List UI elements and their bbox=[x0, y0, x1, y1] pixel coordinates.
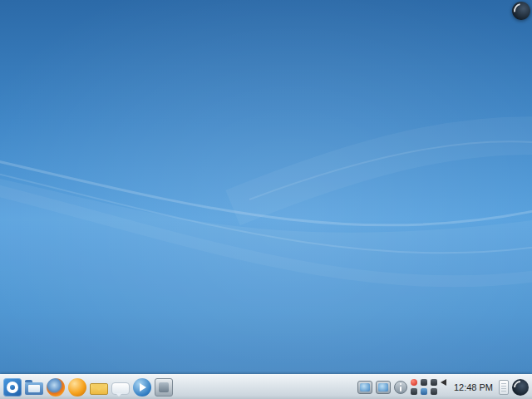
status-icon-cluster bbox=[411, 379, 448, 396]
media-player-icon[interactable] bbox=[133, 378, 151, 397]
status-icon[interactable] bbox=[421, 379, 427, 386]
clipboard-icon[interactable] bbox=[499, 380, 509, 395]
digital-clock[interactable]: 12:48 PM bbox=[451, 382, 495, 392]
orange-app-icon[interactable] bbox=[68, 378, 86, 397]
status-icon[interactable] bbox=[431, 388, 437, 395]
folder-icon[interactable] bbox=[25, 382, 43, 395]
system-app-icon[interactable] bbox=[155, 378, 173, 397]
info-icon[interactable] bbox=[394, 381, 407, 394]
kde-menu-icon[interactable] bbox=[3, 378, 22, 397]
device-notifier-icon[interactable] bbox=[357, 381, 372, 394]
desktop-wallpaper bbox=[0, 0, 532, 399]
network-status-icon[interactable] bbox=[421, 388, 427, 395]
status-icon[interactable] bbox=[431, 379, 437, 386]
mail-icon[interactable] bbox=[90, 383, 108, 395]
alert-status-icon[interactable] bbox=[411, 379, 417, 386]
volume-icon[interactable] bbox=[441, 379, 446, 386]
taskbar-panel: 12:48 PM bbox=[0, 374, 532, 399]
status-icon[interactable] bbox=[411, 388, 417, 395]
launcher-area bbox=[3, 378, 173, 397]
firefox-icon[interactable] bbox=[47, 378, 65, 397]
system-tray: 12:48 PM bbox=[357, 379, 529, 396]
desktop-toolbox-cashew-icon[interactable] bbox=[512, 2, 530, 20]
chat-icon[interactable] bbox=[111, 382, 130, 395]
panel-toolbox-cashew-icon[interactable] bbox=[512, 379, 529, 396]
desktop: 12:48 PM bbox=[0, 0, 532, 399]
camera-device-icon[interactable] bbox=[376, 381, 391, 394]
